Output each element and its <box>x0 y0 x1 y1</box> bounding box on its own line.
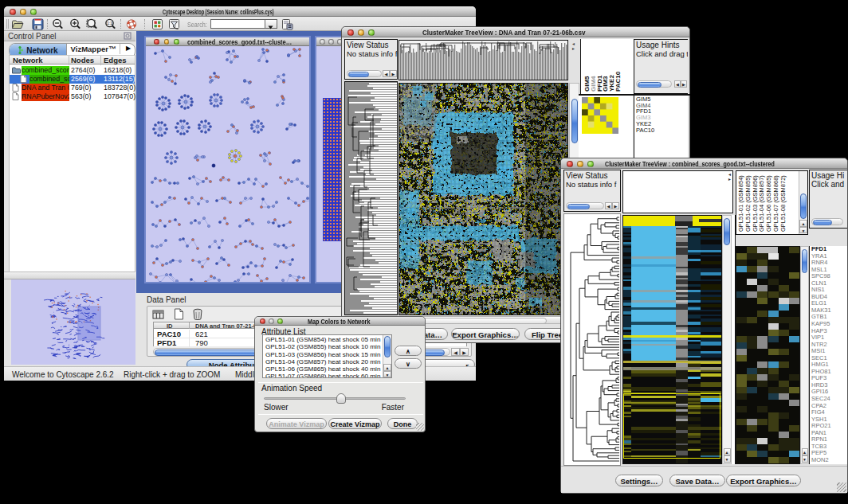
svg-text:GPL51-03 (GSM856): GPL51-03 (GSM856) <box>752 175 759 232</box>
svg-text:GPL51-02 (GSM855): GPL51-02 (GSM855) <box>744 175 752 232</box>
svg-text:GPL51-01 (GSM854): GPL51-01 (GSM854) <box>737 175 744 232</box>
svg-text:GPL51-08 (GSM872): GPL51-08 (GSM872) <box>779 175 787 232</box>
svg-text:GPL51-07 (GSM868): GPL51-07 (GSM868) <box>772 175 779 232</box>
svg-text:1:1: 1:1 <box>107 21 112 25</box>
svg-text:GPL51-06 (GSM865): GPL51-06 (GSM865) <box>765 175 772 232</box>
svg-text:PAC10: PAC10 <box>614 71 622 92</box>
svg-text:GPL51-04 (GSM857): GPL51-04 (GSM857) <box>758 175 765 232</box>
